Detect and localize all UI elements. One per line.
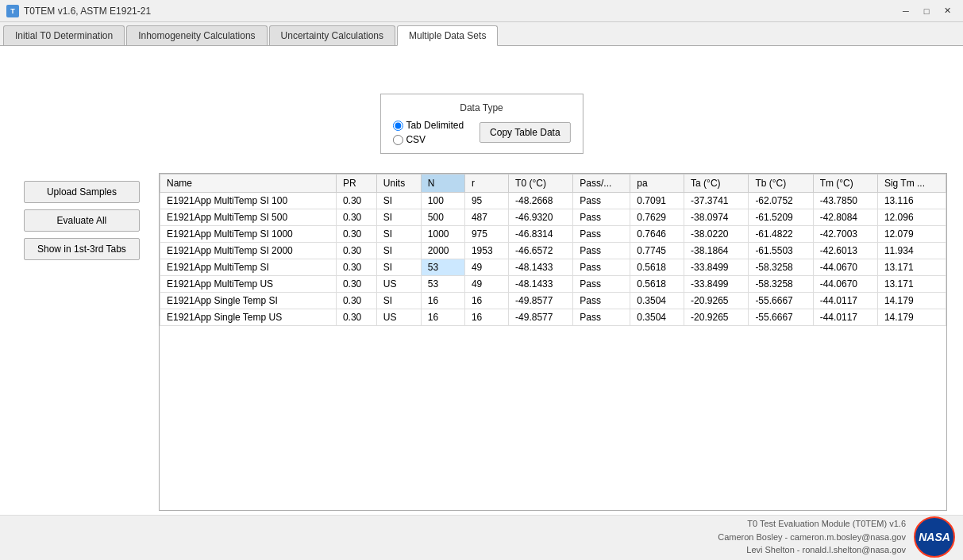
col-pass: Pass xyxy=(573,193,630,209)
col-tb: -58.3258 xyxy=(749,259,813,276)
col-units: SI xyxy=(376,209,421,226)
upload-samples-button[interactable]: Upload Samples xyxy=(24,181,140,203)
radio-csv-input[interactable] xyxy=(392,135,403,145)
col-tm: -44.0670 xyxy=(813,276,877,293)
radio-csv-label: CSV xyxy=(406,134,426,145)
col-tm: -42.7003 xyxy=(813,226,877,243)
col-header-pr: PR xyxy=(336,175,376,193)
col-t0: -46.9320 xyxy=(509,209,573,226)
app-icon: T xyxy=(6,5,19,17)
evaluate-all-button[interactable]: Evaluate All xyxy=(24,209,140,232)
col-r: 49 xyxy=(464,276,508,293)
col-tm: -44.0117 xyxy=(813,293,877,309)
radio-tab-delimited-label: Tab Delimited xyxy=(406,120,464,131)
col-pass: Pass xyxy=(573,259,630,276)
minimize-button[interactable]: ─ xyxy=(896,3,915,19)
col-header-ta: Ta (°C) xyxy=(684,175,749,193)
col-ta: -33.8499 xyxy=(684,259,749,276)
col-ta: -37.3741 xyxy=(684,193,749,209)
table-row: E1921App MultiTemp SI 10000.30SI1000975-… xyxy=(160,226,946,243)
col-t0: -49.8577 xyxy=(509,293,573,309)
tab-inhomogeneity[interactable]: Inhomogeneity Calculations xyxy=(126,25,267,45)
col-pr: 0.30 xyxy=(336,193,376,209)
radio-tab-delimited-input[interactable] xyxy=(392,121,403,131)
col-units: SI xyxy=(376,243,421,259)
col-pa: 0.3504 xyxy=(630,293,684,309)
col-t0: -48.1433 xyxy=(509,259,573,276)
col-t0: -48.2668 xyxy=(509,193,573,209)
col-pa: 0.5618 xyxy=(630,276,684,293)
col-ta: -38.1864 xyxy=(684,243,749,259)
col-header-units: Units xyxy=(376,175,421,193)
col-pass: Pass xyxy=(573,309,630,326)
col-tm: -44.0670 xyxy=(813,259,877,276)
col-ta: -38.0974 xyxy=(684,209,749,226)
col-units: SI xyxy=(376,226,421,243)
tab-uncertainty[interactable]: Uncertainty Calculations xyxy=(269,25,395,45)
col-header-pa: pa xyxy=(630,175,684,193)
col-n: 100 xyxy=(421,193,464,209)
footer: T0 Test Evaluation Module (T0TEM) v1.6 C… xyxy=(0,515,963,558)
col-pr: 0.30 xyxy=(336,243,376,259)
col-name: E1921App MultiTemp SI 2000 xyxy=(160,243,337,259)
col-r: 49 xyxy=(464,259,508,276)
col-sigtm: 11.934 xyxy=(877,243,946,259)
col-tm: -44.0117 xyxy=(813,309,877,326)
data-type-controls: Tab Delimited CSV Copy Table Data xyxy=(392,120,570,145)
col-pr: 0.30 xyxy=(336,209,376,226)
col-tb: -62.0752 xyxy=(749,193,813,209)
col-sigtm: 12.079 xyxy=(877,226,946,243)
col-n: 16 xyxy=(421,309,464,326)
col-name: E1921App MultiTemp US xyxy=(160,276,337,293)
col-header-tb: Tb (°C) xyxy=(749,175,813,193)
col-ta: -20.9265 xyxy=(684,309,749,326)
col-n: 1000 xyxy=(421,226,464,243)
col-tb: -61.4822 xyxy=(749,226,813,243)
col-pa: 0.7629 xyxy=(630,209,684,226)
col-n: 53 xyxy=(421,259,464,276)
col-n: 53 xyxy=(421,276,464,293)
copy-table-button[interactable]: Copy Table Data xyxy=(480,122,571,143)
nasa-logo: NASA xyxy=(914,516,955,558)
radio-tab-delimited[interactable]: Tab Delimited xyxy=(392,120,464,131)
tab-initial-t0[interactable]: Initial T0 Determination xyxy=(3,25,125,45)
col-name: E1921App MultiTemp SI xyxy=(160,259,337,276)
footer-line2: Cameron Bosley - cameron.m.bosley@nasa.g… xyxy=(718,531,906,544)
col-pa: 0.7091 xyxy=(630,193,684,209)
footer-line1: T0 Test Evaluation Module (T0TEM) v1.6 xyxy=(718,517,906,531)
col-tm: -42.8084 xyxy=(813,209,877,226)
table-body: E1921App MultiTemp SI 1000.30SI10095-48.… xyxy=(160,193,946,326)
col-r: 16 xyxy=(464,293,508,309)
col-sigtm: 12.096 xyxy=(877,209,946,226)
data-table: Name PR Units N r T0 (°C) Pass/... pa Ta… xyxy=(160,174,946,326)
table-wrapper[interactable]: Name PR Units N r T0 (°C) Pass/... pa Ta… xyxy=(159,173,947,511)
col-pass: Pass xyxy=(573,209,630,226)
col-pr: 0.30 xyxy=(336,259,376,276)
col-sigtm: 13.171 xyxy=(877,276,946,293)
show-in-tabs-button[interactable]: Show in 1st-3rd Tabs xyxy=(24,238,140,260)
col-ta: -38.0220 xyxy=(684,226,749,243)
close-button[interactable]: ✕ xyxy=(938,3,957,19)
radio-csv[interactable]: CSV xyxy=(392,134,464,145)
main-content: Data Type Tab Delimited CSV Copy Table D… xyxy=(0,46,963,558)
col-sigtm: 14.179 xyxy=(877,293,946,309)
left-buttons: Upload Samples Evaluate All Show in 1st-… xyxy=(24,181,140,260)
col-name: E1921App MultiTemp SI 100 xyxy=(160,193,337,209)
col-pass: Pass xyxy=(573,226,630,243)
tab-multiple-data-sets[interactable]: Multiple Data Sets xyxy=(397,25,498,46)
table-header-row: Name PR Units N r T0 (°C) Pass/... pa Ta… xyxy=(160,175,946,193)
col-pa: 0.5618 xyxy=(630,259,684,276)
tab-bar: Initial T0 Determination Inhomogeneity C… xyxy=(0,22,963,46)
title-bar: T T0TEM v1.6, ASTM E1921-21 ─ □ ✕ xyxy=(0,0,963,22)
col-r: 16 xyxy=(464,309,508,326)
col-name: E1921App Single Temp US xyxy=(160,309,337,326)
maximize-button[interactable]: □ xyxy=(917,3,936,19)
col-t0: -49.8577 xyxy=(509,309,573,326)
col-units: SI xyxy=(376,293,421,309)
col-pr: 0.30 xyxy=(336,309,376,326)
col-tb: -58.3258 xyxy=(749,276,813,293)
app-title: T0TEM v1.6, ASTM E1921-21 xyxy=(24,6,151,17)
table-row: E1921App MultiTemp SI 5000.30SI500487-46… xyxy=(160,209,946,226)
col-header-t0: T0 (°C) xyxy=(509,175,573,193)
col-r: 975 xyxy=(464,226,508,243)
